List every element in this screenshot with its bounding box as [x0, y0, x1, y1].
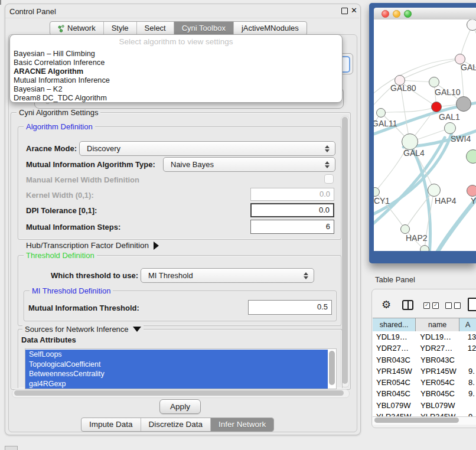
- document-icon[interactable]: [468, 298, 476, 311]
- attribute-item-topologicalcoefficient[interactable]: TopologicalCoefficient: [25, 360, 328, 370]
- algorithm-option-dream8-dc-tdc-algorithm[interactable]: Dream8 DC_TDC Algorithm: [10, 93, 342, 102]
- column-header-shared[interactable]: shared...: [373, 318, 416, 332]
- tab-label: jActiveMNodules: [242, 22, 299, 35]
- attribute-item-selfloops[interactable]: SelfLoops: [25, 350, 328, 360]
- node-gcy1[interactable]: [374, 187, 380, 197]
- table-row[interactable]: YLR345WYLR345W9.: [373, 411, 476, 416]
- table-cell: YDR27…: [373, 343, 419, 354]
- expanded-arrow-icon: [133, 327, 141, 332]
- node[interactable]: [467, 19, 476, 31]
- algorithm-dropdown-placeholder: Select algorithm to view settings: [10, 35, 342, 48]
- which-threshold-combo[interactable]: MI Threshold: [141, 268, 314, 283]
- table-row[interactable]: YDL19…YDL19…13: [373, 331, 476, 343]
- tab-infer-network[interactable]: Infer Network: [210, 418, 273, 431]
- control-panel-title: Control Panel: [9, 7, 56, 16]
- tab-label: Discretize Data: [149, 418, 203, 431]
- network-icon: [58, 25, 64, 32]
- tab-network[interactable]: Network: [50, 22, 103, 35]
- node[interactable]: [420, 245, 429, 251]
- which-threshold-label: Which threshold to use:: [51, 271, 138, 280]
- node-label: Y: [471, 196, 476, 206]
- algorithm-dropdown-list: Bayesian – Hill ClimbingBasic Correlatio…: [10, 48, 342, 102]
- node-y[interactable]: [467, 185, 476, 197]
- data-attributes-label: Data Attributes: [21, 335, 76, 344]
- unchecked-pair-icon[interactable]: [445, 302, 461, 309]
- node-label: GAL4: [403, 148, 425, 158]
- columns-icon[interactable]: [402, 300, 413, 310]
- table-cell: YDR27…: [419, 343, 465, 354]
- tab-discretize-data[interactable]: Discretize Data: [141, 418, 211, 431]
- table-cell: YBR045C: [419, 388, 467, 399]
- node-gal11[interactable]: [376, 108, 386, 118]
- gear-icon[interactable]: ⚙: [382, 298, 391, 311]
- tab-cyni-toolbox[interactable]: Cyni Toolbox: [174, 22, 233, 35]
- tab-select[interactable]: Select: [136, 22, 174, 35]
- manual-kernel-label: Manual Kernel Width Definition: [26, 175, 139, 184]
- algorithm-option-mutual-information-inference[interactable]: Mutual Information Inference: [10, 76, 342, 84]
- algorithm-option-basic-correlation-inference[interactable]: Basic Correlation Inference: [10, 58, 342, 67]
- stepper-arrows-icon: [325, 145, 330, 152]
- settings-vscrollbar-thumb[interactable]: [342, 117, 348, 384]
- stepper-arrows-icon: [304, 272, 308, 279]
- node-label: HAP2: [406, 233, 428, 243]
- table-cell: YBL079W: [419, 400, 467, 411]
- node-gal10[interactable]: [429, 77, 439, 87]
- screen: Control Panel ✕ NetworkStyleSelectCyni T…: [0, 0, 476, 450]
- mi-steps-field[interactable]: 6: [250, 220, 334, 234]
- control-panel-titlebar: [5, 4, 359, 18]
- node-label: HAP4: [435, 196, 457, 206]
- node-label: GAL: [461, 63, 476, 72]
- table-cell: YLR345W: [373, 411, 419, 416]
- table-row[interactable]: YDR27…YDR27…12: [373, 343, 476, 354]
- table-row[interactable]: YER054CYER054C8.: [373, 377, 476, 388]
- apply-button[interactable]: Apply: [159, 399, 201, 414]
- node-swi4[interactable]: [444, 122, 456, 134]
- algorithm-option-bayesian-hill-climbing[interactable]: Bayesian – Hill Climbing: [10, 49, 342, 58]
- table-row[interactable]: YBR043CYBR043C: [373, 354, 476, 366]
- tab-jactivemnodules[interactable]: jActiveMNodules: [233, 22, 307, 35]
- close-traffic-light[interactable]: [382, 10, 389, 18]
- close-window-button[interactable]: ✕: [351, 6, 357, 15]
- attribute-item-betweennesscentrality[interactable]: BetweennessCentrality: [25, 369, 328, 379]
- algorithm-option-bayesian-k2[interactable]: Bayesian – K2: [10, 84, 342, 93]
- column-header-extra[interactable]: A: [459, 318, 476, 332]
- node[interactable]: [466, 149, 476, 164]
- checked-pair-icon[interactable]: ✓✓: [423, 302, 439, 309]
- kernel-width-label: Kernel Width (0,1):: [26, 191, 94, 200]
- table-row[interactable]: YPR145WYPR145W9.: [373, 366, 476, 377]
- tab-impute-data[interactable]: Impute Data: [81, 418, 141, 431]
- table-cell: 9.: [467, 366, 475, 377]
- table-hscrollbar-thumb[interactable]: [374, 418, 459, 423]
- algorithm-option-aracne-algorithm[interactable]: ARACNE Algorithm: [10, 67, 342, 76]
- float-window-button[interactable]: [341, 8, 348, 14]
- minimize-traffic-light[interactable]: [393, 10, 400, 18]
- sources-group-title[interactable]: Sources for Network Inference: [22, 325, 144, 334]
- zoom-traffic-light[interactable]: [404, 10, 412, 18]
- collapsed-arrow-icon: [154, 242, 159, 250]
- hub-definition-toggle[interactable]: Hub/Transcription Factor Definition: [26, 241, 159, 250]
- table-cell: YDL19…: [419, 331, 465, 343]
- mi-threshold-group-title: MI Threshold Definition: [30, 286, 113, 295]
- attribute-item-gal4rgexp[interactable]: gal4RGexp: [25, 379, 328, 389]
- attributes-vscrollbar-thumb[interactable]: [329, 351, 335, 385]
- network-canvas[interactable]: GALGAL80GAL10GAL1GAL11SWI4GAL4GCY1HAP4YH…: [374, 19, 476, 251]
- mi-threshold-field[interactable]: 0.5: [248, 300, 332, 315]
- threshold-definition-title: Threshold Definition: [24, 251, 97, 260]
- dpi-tolerance-field[interactable]: 0.0: [250, 203, 334, 217]
- settings-hscrollbar-thumb[interactable]: [14, 390, 344, 396]
- table-row[interactable]: YBL079WYBL079W: [373, 400, 476, 411]
- table-cell: YBR045C: [373, 388, 419, 399]
- tab-style[interactable]: Style: [103, 22, 136, 35]
- attributes-listbox: SelfLoopsTopologicalCoefficientBetweenne…: [25, 348, 337, 389]
- node-hap4[interactable]: [428, 184, 441, 197]
- node[interactable]: [456, 96, 471, 112]
- table-row[interactable]: YBR045CYBR045C9.: [373, 388, 476, 399]
- aracne-mode-combo[interactable]: Discovery: [79, 141, 335, 156]
- node-gal1[interactable]: [431, 102, 442, 112]
- mi-type-combo[interactable]: Naive Bayes: [163, 157, 335, 172]
- column-header-name[interactable]: name: [416, 318, 459, 332]
- table-rows: YDL19…YDL19…13YDR27…YDR27…12YBR043CYBR04…: [373, 331, 476, 416]
- node-hap2[interactable]: [400, 224, 410, 234]
- node-gal4[interactable]: [402, 133, 418, 150]
- mi-steps-label: Mutual Information Steps:: [26, 223, 120, 231]
